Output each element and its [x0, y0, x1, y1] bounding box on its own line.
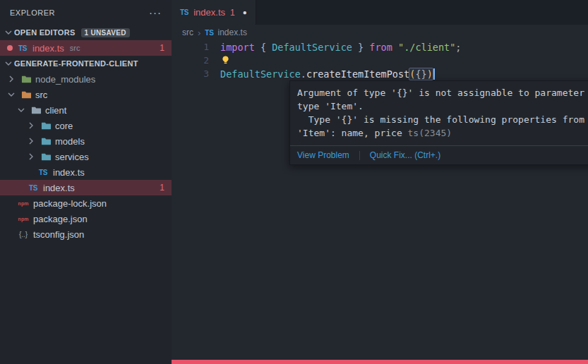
- chevron-right-icon: [6, 73, 17, 85]
- file-label: services: [55, 152, 89, 162]
- folder-icon: [40, 120, 52, 131]
- unsaved-badge: 1 UNSAVED: [81, 28, 130, 37]
- folder-icon: [30, 104, 42, 116]
- tab-index-ts[interactable]: TS index.ts 1 ●: [172, 0, 256, 25]
- open-editor-label: index.ts: [32, 43, 64, 54]
- chevron-right-icon: [25, 120, 37, 131]
- file-label: index.ts: [53, 167, 85, 178]
- chevron-down-icon: [3, 27, 14, 38]
- file-label: index.ts: [43, 183, 75, 193]
- workspace-header[interactable]: GENERATE-FRONTEND-CLIENT: [0, 56, 172, 71]
- npm-file-icon: npm: [17, 201, 30, 206]
- folder-icon: [40, 135, 52, 147]
- tree-item-package.json[interactable]: npmpackage.json: [0, 211, 172, 226]
- file-label: package.json: [33, 214, 88, 224]
- folder-icon: [20, 89, 32, 100]
- tree-item-core[interactable]: core: [0, 118, 172, 133]
- tree-item-src[interactable]: src: [0, 87, 172, 102]
- breadcrumb-file[interactable]: index.ts: [218, 28, 247, 37]
- editor-area: TS index.ts 1 ● src › TS index.ts 1impor…: [172, 0, 588, 364]
- tree-item-node_modules[interactable]: node_modules: [0, 71, 172, 87]
- open-editors-header[interactable]: OPEN EDITORS 1 UNSAVED: [0, 25, 172, 40]
- tree-item-index.ts[interactable]: TSindex.ts1: [0, 180, 172, 195]
- file-label: src: [35, 90, 47, 100]
- error-status-strip: [172, 360, 588, 364]
- modified-dot-icon[interactable]: [7, 45, 13, 51]
- quick-fix-link[interactable]: Quick Fix... (Ctrl+.): [370, 150, 440, 160]
- json-file-icon: {..}: [17, 231, 30, 238]
- file-label: package-lock.json: [33, 198, 107, 209]
- file-tree: node_modulessrcclientcoremodelsservicesT…: [0, 71, 172, 242]
- dirty-indicator-icon[interactable]: ●: [243, 8, 247, 16]
- tab-problems-badge: 1: [230, 8, 235, 18]
- code-line[interactable]: 2: [172, 54, 588, 67]
- tab-bar: TS index.ts 1 ●: [172, 0, 588, 25]
- hover-message-line: Type '{}' is missing the following prope…: [297, 113, 588, 126]
- error-hover-popup: Argument of type '{}' is not assignable …: [289, 80, 588, 165]
- chevron-right-icon: [25, 151, 37, 162]
- hover-message: Argument of type '{}' is not assignable …: [290, 81, 588, 145]
- hover-message-line: type 'Item'.: [297, 99, 588, 113]
- file-label: models: [55, 136, 85, 147]
- code-line[interactable]: 3DefaultService.createItemItemPost({}): [172, 67, 588, 80]
- line-number: 1: [172, 42, 220, 52]
- breadcrumb-src[interactable]: src: [182, 28, 193, 37]
- tab-label: index.ts: [193, 7, 225, 18]
- tree-item-package-lock.json[interactable]: npmpackage-lock.json: [0, 195, 172, 211]
- text-cursor: [433, 68, 435, 80]
- lightbulb-icon[interactable]: [220, 55, 232, 66]
- hover-message-line: Argument of type '{}' is not assignable …: [297, 86, 588, 99]
- code-editor[interactable]: 1import { DefaultService } from "./clien…: [172, 40, 588, 80]
- tree-item-services[interactable]: services: [0, 149, 172, 164]
- ts-file-icon: TS: [205, 29, 213, 37]
- line-number: 3: [172, 68, 220, 79]
- hover-message-text: 'Item': name, price: [297, 128, 408, 138]
- npm-file-icon: npm: [17, 217, 30, 222]
- workspace-label: GENERATE-FRONTEND-CLIENT: [14, 59, 138, 68]
- hover-actions: View Problem Quick Fix... (Ctrl+.): [290, 145, 588, 164]
- open-editor-path-hint: src: [70, 44, 80, 52]
- more-actions-icon[interactable]: ···: [149, 6, 162, 18]
- folder-icon: [20, 73, 32, 85]
- open-editor-item-index-ts[interactable]: TS index.ts src 1: [0, 40, 172, 56]
- ts-file-icon: TS: [27, 184, 40, 192]
- tree-item-client[interactable]: client: [0, 102, 172, 118]
- file-label: core: [55, 121, 73, 131]
- tree-item-tsconfig.json[interactable]: {..}tsconfig.json: [0, 226, 172, 242]
- code-line[interactable]: 1import { DefaultService } from "./clien…: [172, 40, 588, 54]
- open-editors-label: OPEN EDITORS: [14, 28, 76, 37]
- diagnostic-code: ts(2345): [408, 128, 452, 138]
- code-text: DefaultService.createItemItemPost({}): [220, 68, 435, 80]
- code-text: [220, 55, 233, 66]
- problems-badge: 1: [160, 183, 164, 193]
- ts-file-icon: TS: [16, 44, 29, 52]
- chevron-down-icon: [3, 58, 14, 69]
- file-label: node_modules: [35, 74, 95, 85]
- ts-file-icon: TS: [37, 169, 49, 176]
- bracket-highlight: ({}): [409, 68, 433, 80]
- ts-file-icon: TS: [180, 8, 188, 16]
- explorer-title: EXPLORER: [10, 8, 55, 17]
- chevron-down-icon: [16, 104, 27, 116]
- chevron-down-icon: [6, 89, 17, 100]
- explorer-header: EXPLORER ···: [0, 0, 172, 25]
- tree-item-index.ts[interactable]: TSindex.ts: [0, 164, 172, 180]
- folder-icon: [40, 151, 52, 162]
- hover-message-line: 'Item': name, price ts(2345): [297, 126, 588, 140]
- file-label: tsconfig.json: [33, 229, 84, 240]
- chevron-right-icon: ›: [198, 28, 200, 38]
- breadcrumb: src › TS index.ts: [172, 25, 588, 40]
- chevron-right-icon: [25, 135, 37, 147]
- file-label: client: [45, 105, 66, 116]
- tree-item-models[interactable]: models: [0, 133, 172, 149]
- divider: [359, 151, 360, 160]
- view-problem-link[interactable]: View Problem: [297, 150, 349, 160]
- explorer-sidebar: EXPLORER ··· OPEN EDITORS 1 UNSAVED TS i…: [0, 0, 172, 364]
- code-text: import { DefaultService } from "./client…: [220, 42, 461, 53]
- problems-badge: 1: [160, 43, 164, 53]
- line-number: 2: [172, 55, 220, 66]
